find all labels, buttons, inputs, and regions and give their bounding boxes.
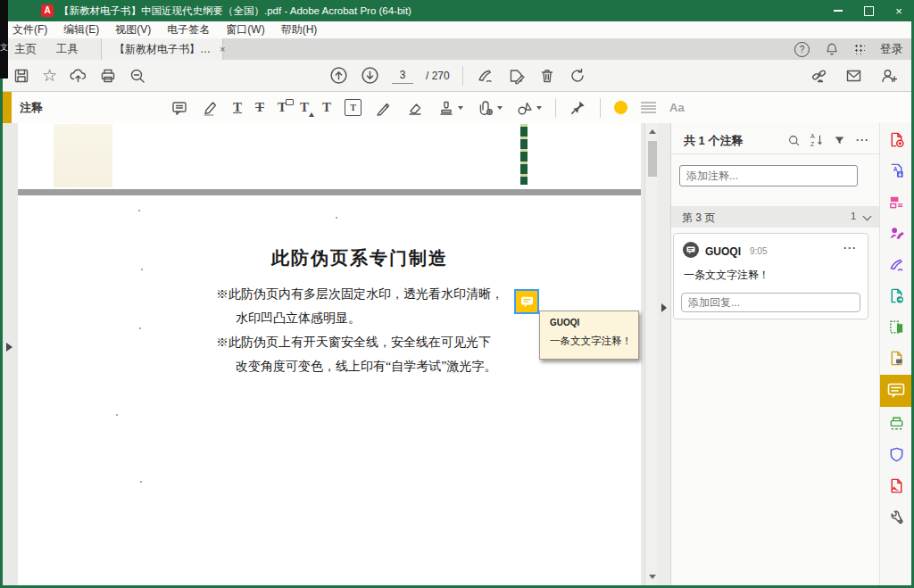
star-favorite-icon[interactable]: ☆ [42,67,57,84]
sidebar-tool-export-pdf[interactable]: A [880,158,912,183]
scroll-down-icon[interactable] [649,575,656,579]
add-comment-input[interactable] [679,165,858,186]
menu-file[interactable]: 文件(F) [12,22,47,37]
pdf-page-previous[interactable] [18,123,641,189]
replace-text-tool-icon[interactable]: T [278,101,287,114]
sidebar-tool-review[interactable] [880,345,912,370]
minimize-icon [834,10,843,12]
page-section-header[interactable]: 第 3 页 1 [671,206,879,228]
nav-pane-expand-icon[interactable] [6,343,12,352]
scan-speck [140,481,142,483]
background-app-label: 文 [0,42,8,54]
more-tools-wrench-icon [888,509,905,526]
shapes-tool-group[interactable] [516,99,542,117]
toolbar-right-group [810,60,899,91]
panel-options-icon[interactable]: ··· [856,135,869,145]
page-section-count: 1 [851,211,856,221]
sidebar-tool-protect[interactable] [880,442,912,467]
scan-speck [141,269,143,270]
maximize-button[interactable] [853,0,884,21]
tab-bar-left: 主页 工具 [3,38,101,60]
menu-help[interactable]: 帮助(H) [281,22,318,37]
share-link-icon[interactable] [810,67,828,85]
panel-collapse-icon[interactable] [661,303,667,312]
scrollbar-thumb[interactable] [648,141,657,177]
menu-view[interactable]: 视图(V) [115,22,151,37]
panel-splitter[interactable] [658,123,670,585]
eraser-tool-icon[interactable] [406,99,424,117]
line-thickness-icon[interactable] [641,102,656,113]
menu-window[interactable]: 窗口(W) [226,22,264,37]
stamp-tool-group[interactable] [437,99,463,117]
sticky-note-tool-icon[interactable] [170,99,188,117]
sign-icon[interactable] [476,67,494,85]
pencil-draw-tool-icon[interactable] [375,99,393,117]
sidebar-tool-compress-pdf[interactable] [880,473,912,498]
text-box-tool-icon[interactable]: T [345,99,361,116]
reply-input[interactable] [681,293,860,312]
help-icon[interactable]: ? [794,42,810,57]
sidebar-tool-edit-pdf[interactable] [880,314,912,339]
sticky-note-bubble-icon [520,296,534,308]
find-icon[interactable] [129,67,146,85]
menu-edit[interactable]: 编辑(E) [63,22,99,37]
sidebar-tool-organize-pages[interactable] [880,189,912,214]
email-icon[interactable] [844,67,863,85]
sidebar-tool-more-tools[interactable] [880,504,912,529]
insert-text-tool-icon[interactable]: T [300,101,309,114]
apps-grid-icon[interactable] [854,44,865,54]
document-tab-close-icon[interactable]: × [220,44,225,54]
refresh-icon[interactable] [569,67,586,85]
previous-page-icon[interactable] [329,66,348,85]
sidebar-tool-create-pdf[interactable] [880,127,912,152]
comment-options-icon[interactable]: ··· [843,243,857,253]
add-text-tool-icon[interactable]: T [322,101,331,114]
document-scrollbar[interactable] [644,123,658,585]
replace-bubble-icon [286,99,294,105]
toolbar-divider [462,66,463,86]
next-page-icon[interactable] [361,66,379,85]
section-collapse-chevron-icon[interactable] [863,212,872,221]
save-icon[interactable] [12,67,30,85]
review-icon [888,350,905,367]
annotation-popup[interactable]: GUOQI 一条文文字注释！ [539,311,639,360]
keep-tool-pin-icon[interactable] [569,99,586,116]
underline-text-tool-icon[interactable]: T [233,101,242,114]
menu-esign[interactable]: 电子签名 [167,22,210,37]
comment-card[interactable]: GUOQI 9:05 ··· 一条文文字注释！ [673,233,868,319]
page-number-input[interactable] [392,68,413,84]
strikethrough-text-tool-icon[interactable]: T [255,101,264,114]
close-button[interactable]: × [884,0,914,21]
sidebar-tool-send-for-comments[interactable] [880,283,912,308]
sidebar-tool-scan-ocr[interactable] [880,410,912,435]
attach-tool-group[interactable] [477,99,503,117]
delete-trash-icon[interactable] [538,67,556,85]
minimize-button[interactable] [823,0,853,21]
edit-annotation-icon[interactable] [507,67,526,85]
commenter-avatar [683,242,699,258]
tab-home[interactable]: 主页 [14,42,37,57]
send-for-comments-icon [888,287,905,304]
security-strip [520,124,528,185]
highlight-tool-icon[interactable] [202,99,220,117]
add-person-icon[interactable] [879,67,899,85]
cloud-upload-icon[interactable] [69,67,87,85]
filter-comments-icon[interactable] [833,134,846,147]
search-comments-icon[interactable] [787,134,801,147]
sidebar-tool-fill-and-sign[interactable] [880,252,912,277]
sort-comments-icon[interactable]: AZ [810,133,823,147]
color-swatch-icon[interactable] [614,101,627,114]
tab-tools[interactable]: 工具 [56,42,79,57]
pdf-page-current[interactable]: 此防伪页系专门制造 ※此防伪页内有多层次固定水印，透光看水印清晰， 水印凹凸立体… [18,195,641,585]
text-properties-icon[interactable]: Aa [669,101,685,114]
print-icon[interactable] [99,67,117,85]
attach-dropdown-caret-icon [497,106,503,110]
sticky-note-annotation[interactable] [514,289,539,314]
notifications-bell-icon[interactable] [825,42,839,56]
sidebar-tool-request-signatures[interactable] [880,220,912,245]
document-tab[interactable]: 【新教材电子书】… × [101,38,223,60]
login-button[interactable]: 登录 [880,42,902,57]
compress-pdf-icon [888,477,905,494]
scroll-up-icon[interactable] [649,129,656,134]
sidebar-tool-comment-active[interactable] [880,375,912,407]
